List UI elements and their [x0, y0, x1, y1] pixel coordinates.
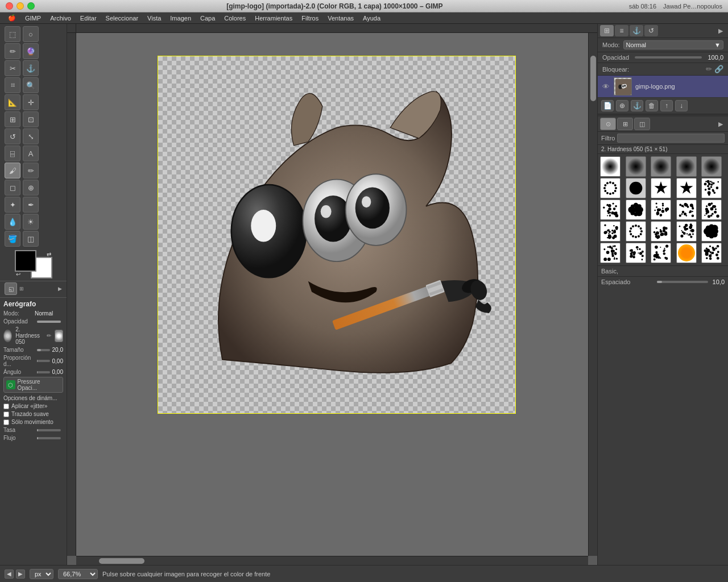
brush-tab-icon[interactable]: ⊙	[600, 118, 616, 130]
tool-bucket[interactable]: 🪣	[5, 231, 20, 247]
pattern-tab-icon[interactable]: ⊞	[617, 118, 633, 130]
nav-forward-button[interactable]: ▶	[16, 569, 25, 579]
tool-move[interactable]: ✛	[23, 94, 39, 110]
tab-paths-icon[interactable]: ⚓	[630, 25, 643, 36]
lock-pixels-icon[interactable]: ✏	[706, 65, 712, 73]
foreground-color[interactable]	[15, 250, 36, 272]
tool-scale[interactable]: ⤡	[23, 128, 39, 144]
brush-cell-10[interactable]	[701, 178, 722, 198]
brush-cell-16[interactable]	[600, 221, 621, 242]
menu-archivo[interactable]: Archivo	[46, 14, 76, 22]
tool-ink[interactable]: ✒	[23, 197, 39, 213]
brush-cell-9[interactable]	[676, 178, 697, 198]
menu-editar[interactable]: Editar	[76, 14, 101, 22]
tab-layers-icon[interactable]: ⊞	[600, 25, 614, 36]
brush-cell-14[interactable]	[676, 199, 697, 220]
brush-cell-7[interactable]	[626, 178, 646, 198]
brush-cell-19[interactable]	[676, 221, 697, 242]
move-up-layer-button[interactable]: ↑	[660, 100, 673, 111]
smooth-input[interactable]	[3, 411, 9, 417]
tool-blur[interactable]: 💧	[5, 214, 20, 230]
size-slider[interactable]	[37, 349, 50, 351]
brush-cell-12[interactable]	[626, 199, 646, 220]
brush-cell-22[interactable]	[626, 243, 646, 263]
brush-cell-8[interactable]	[651, 178, 671, 198]
rate-slider[interactable]	[37, 429, 61, 431]
layer-item[interactable]: 👁 gimp-logo.png	[598, 76, 728, 98]
menu-imagen[interactable]: Imagen	[166, 14, 196, 22]
gradient-tab-icon[interactable]: ◫	[634, 118, 650, 130]
dynamics-button[interactable]: ⬡ Pressure Opaci...	[3, 377, 63, 393]
tool-ellipse-select[interactable]: ○	[23, 26, 39, 42]
delete-layer-button[interactable]: 🗑	[646, 100, 658, 111]
brush-cell-17[interactable]	[626, 221, 646, 242]
brush-cell-6[interactable]	[600, 178, 621, 198]
quick-mask-icon[interactable]: ◱	[5, 282, 17, 295]
tool-clone[interactable]: ⊕	[23, 180, 39, 196]
tab-config-icon[interactable]: ▶	[715, 26, 726, 36]
swap-colors-icon[interactable]: ⇄	[47, 251, 51, 257]
vertical-scrollbar-thumb[interactable]	[590, 56, 596, 101]
lock-chain-icon[interactable]: 🔗	[714, 65, 723, 73]
apply-jitter-checkbox[interactable]: Aplicar «jitter»	[3, 403, 63, 409]
menu-filtros[interactable]: Filtros	[297, 14, 323, 22]
brush-cell-13[interactable]	[651, 199, 671, 220]
anchor-layer-button[interactable]: ⚓	[631, 100, 643, 111]
tool-free-select[interactable]: ✏	[5, 43, 20, 59]
close-button[interactable]	[6, 2, 13, 10]
move-down-layer-button[interactable]: ↓	[675, 100, 688, 111]
menu-vista[interactable]: Vista	[143, 14, 166, 22]
brush-cell-25[interactable]	[701, 243, 722, 263]
horizontal-scrollbar[interactable]	[76, 556, 588, 565]
tool-gradient[interactable]: ◫	[23, 231, 39, 247]
menu-ayuda[interactable]: Ayuda	[358, 14, 385, 22]
reset-colors-icon[interactable]: ↩	[16, 271, 20, 277]
apply-jitter-input[interactable]	[3, 404, 9, 409]
opacity-slider[interactable]	[635, 56, 702, 59]
tool-text[interactable]: A	[23, 146, 39, 161]
tool-rotate[interactable]: ↺	[5, 128, 20, 144]
brush-cell-3[interactable]	[651, 156, 671, 177]
brush-cell-20[interactable]	[701, 221, 722, 242]
brush-cell-24[interactable]	[676, 243, 697, 263]
tool-measure[interactable]: 📐	[5, 94, 20, 110]
tab-history-icon[interactable]: ↺	[644, 25, 658, 36]
maximize-button[interactable]	[27, 2, 35, 10]
menu-colores[interactable]: Colores	[220, 14, 250, 22]
tool-align[interactable]: ⊞	[5, 111, 20, 127]
filter-input[interactable]	[617, 134, 725, 143]
mode-select[interactable]: Normal ▼	[623, 40, 723, 49]
angle-slider[interactable]	[37, 371, 50, 373]
tool-fuzzy-select[interactable]: 🔮	[23, 43, 39, 59]
minimize-button[interactable]	[16, 2, 24, 10]
tool-zoom[interactable]: 🔍	[23, 77, 39, 93]
only-movement-checkbox[interactable]: Sólo movimiento	[3, 419, 63, 425]
menu-capa[interactable]: Capa	[196, 14, 220, 22]
menu-seleccionar[interactable]: Seleccionar	[101, 14, 143, 22]
tool-shear[interactable]: ⌸	[5, 146, 20, 161]
menu-herramientas[interactable]: Herramientas	[250, 14, 297, 22]
menu-ventanas[interactable]: Ventanas	[323, 14, 358, 22]
brush-cell-11[interactable]	[600, 199, 621, 220]
brush-cell-4[interactable]	[676, 156, 697, 177]
tool-dodge[interactable]: ☀	[23, 214, 39, 230]
nav-back-button[interactable]: ◀	[5, 569, 14, 579]
brush-cell-23[interactable]	[651, 243, 671, 263]
opacity-slider[interactable]	[37, 321, 61, 323]
tool-crop[interactable]: ⊡	[23, 111, 39, 127]
horizontal-scrollbar-thumb[interactable]	[99, 558, 144, 564]
vertical-scrollbar[interactable]	[588, 33, 597, 556]
duplicate-layer-button[interactable]: ⊕	[616, 100, 628, 111]
layer-visibility-icon[interactable]: 👁	[601, 82, 610, 91]
canvas-inner[interactable]	[158, 56, 516, 414]
brush-cell-1[interactable]	[600, 156, 621, 177]
tool-airbrush[interactable]: 🖌	[5, 163, 20, 178]
flow-slider[interactable]	[37, 437, 61, 439]
unit-selector[interactable]: px	[30, 569, 53, 579]
zoom-selector[interactable]: 66,7%	[58, 569, 98, 579]
menu-gimp[interactable]: GIMP	[20, 14, 46, 22]
spacing-slider[interactable]	[657, 281, 708, 283]
tool-heal[interactable]: ✦	[5, 197, 20, 213]
tool-rect-select[interactable]: ⬚	[5, 26, 20, 42]
brush-cell-2[interactable]	[626, 156, 646, 177]
